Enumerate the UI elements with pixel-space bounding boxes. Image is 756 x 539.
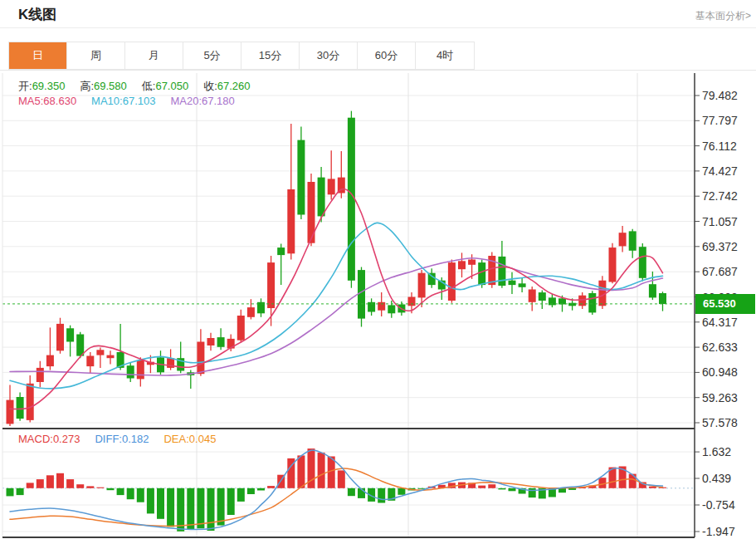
ohlc-close: 收:67.260: [203, 80, 250, 92]
tab-period-6[interactable]: 60分: [358, 42, 416, 69]
svg-text:79.482: 79.482: [702, 89, 738, 102]
tab-period-2[interactable]: 月: [125, 42, 183, 69]
macd-dea: DEA:0.045: [163, 433, 216, 445]
ohlc-low: 低:67.050: [142, 80, 188, 92]
tab-period-4[interactable]: 15分: [241, 42, 300, 69]
tab-period-5[interactable]: 30分: [300, 42, 358, 69]
svg-text:59.263: 59.263: [702, 391, 738, 404]
svg-text:69.372: 69.372: [702, 240, 738, 253]
svg-text:57.578: 57.578: [702, 416, 738, 429]
svg-text:60.948: 60.948: [702, 365, 738, 379]
ma-ma20: MA20:67.180: [170, 95, 234, 107]
page-title: K线图: [18, 5, 56, 24]
svg-text:72.742: 72.742: [702, 189, 738, 203]
svg-text:1.632: 1.632: [702, 445, 731, 458]
ohlc-open: 开:69.350: [18, 80, 65, 92]
tab-period-7[interactable]: 4时: [416, 42, 474, 69]
fundamental-analysis-link[interactable]: 基本面分析>: [695, 9, 751, 23]
tabbar-underline: [0, 70, 756, 71]
macd-diff: DIFF:0.182: [95, 433, 149, 445]
macd-macd: MACD:0.273: [18, 433, 80, 445]
svg-text:71.057: 71.057: [702, 215, 738, 228]
current-price-badge: 65.530: [695, 294, 755, 314]
tab-period-1[interactable]: 周: [67, 42, 125, 69]
ohlc-high: 高:69.580: [80, 80, 126, 92]
tab-period-3[interactable]: 5分: [183, 42, 241, 69]
tab-period-0[interactable]: 日: [9, 42, 67, 69]
svg-text:77.797: 77.797: [702, 114, 738, 127]
svg-text:76.112: 76.112: [702, 140, 737, 153]
ma-ma5: MA5:68.630: [18, 95, 76, 107]
ma-ma10: MA10:67.103: [91, 95, 155, 107]
current-price-value: 65.530: [703, 297, 736, 310]
svg-text:0.439: 0.439: [702, 472, 731, 485]
page-header: K线图 基本面分析>: [0, 0, 756, 28]
kline-page: K线图 基本面分析> 日周月5分15分30分60分4时 79.48277.797…: [0, 0, 756, 539]
svg-text:-1.947: -1.947: [702, 525, 735, 538]
svg-text:-0.754: -0.754: [702, 498, 735, 512]
macd-readout: MACD:0.273DIFF:0.182DEA:0.045: [18, 433, 231, 445]
ohlc-readout: 开:69.350高:69.580低:67.050收:67.260: [18, 79, 266, 94]
svg-text:62.633: 62.633: [702, 341, 738, 354]
period-tabbar: 日周月5分15分30分60分4时: [8, 42, 475, 70]
ma-readout: MA5:68.630MA10:67.103MA20:67.180: [18, 95, 250, 107]
svg-text:74.427: 74.427: [702, 164, 738, 178]
svg-text:67.687: 67.687: [702, 265, 738, 278]
svg-text:64.317: 64.317: [702, 316, 738, 329]
